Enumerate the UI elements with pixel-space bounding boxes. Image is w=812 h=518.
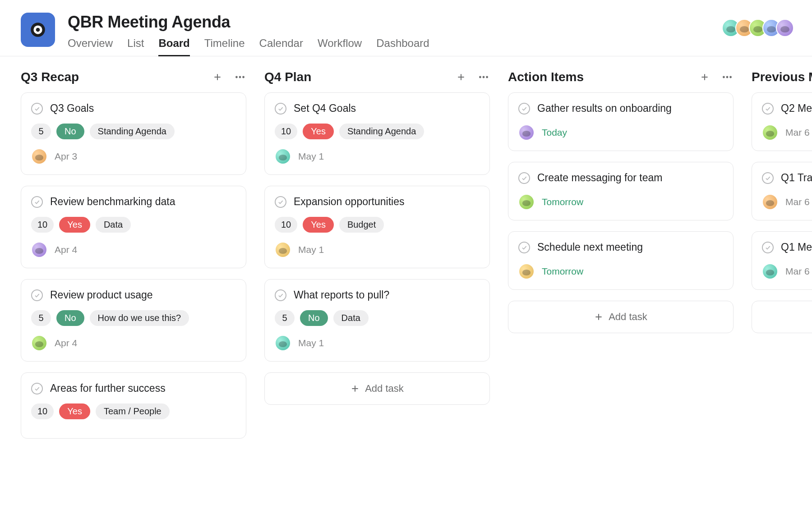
add-card-icon[interactable] bbox=[211, 71, 224, 83]
tab-overview[interactable]: Overview bbox=[68, 37, 113, 56]
task-card[interactable]: Review benchmarking data10YesDataApr 4 bbox=[21, 186, 246, 268]
card-title: Q1 Meeting bbox=[781, 241, 812, 254]
task-card[interactable]: Gather results on onboardingToday bbox=[508, 92, 734, 151]
card-title: Q1 Tracking bbox=[781, 171, 812, 185]
assignee-avatar[interactable] bbox=[275, 148, 291, 165]
svg-point-12 bbox=[486, 76, 488, 78]
task-card[interactable]: Review product usage5NoHow do we use thi… bbox=[21, 279, 246, 362]
card-title: Gather results on onboarding bbox=[537, 102, 672, 115]
pill-row: 5NoStanding Agenda bbox=[31, 124, 236, 139]
column-title: Q3 Recap bbox=[21, 70, 211, 84]
complete-check-icon[interactable] bbox=[762, 242, 774, 253]
complete-check-icon[interactable] bbox=[31, 383, 43, 394]
card-footer: Apr 3 bbox=[31, 148, 236, 165]
column: Q3 RecapQ3 Goals5NoStanding AgendaApr 3R… bbox=[21, 70, 246, 493]
tab-dashboard[interactable]: Dashboard bbox=[376, 37, 429, 56]
complete-check-icon[interactable] bbox=[762, 103, 774, 115]
complete-check-icon[interactable] bbox=[31, 196, 43, 208]
task-card[interactable]: Create messaging for teamTomorrow bbox=[508, 162, 734, 220]
task-card[interactable]: Q1 TrackingMar 6 bbox=[752, 162, 812, 220]
add-task-button[interactable]: Add task bbox=[508, 301, 734, 333]
card-title: Review product usage bbox=[50, 289, 153, 302]
pill-row: 10YesStanding Agenda bbox=[275, 124, 480, 139]
due-date: May 1 bbox=[298, 151, 324, 162]
column-title: Q4 Plan bbox=[264, 70, 455, 84]
card-footer: Today bbox=[518, 124, 723, 141]
card-title: Schedule next meeting bbox=[537, 241, 643, 254]
card-footer: Apr 4 bbox=[31, 242, 236, 258]
tag-pill: No bbox=[56, 310, 84, 326]
due-date: Mar 6 bbox=[785, 127, 810, 138]
task-card[interactable]: Q2 MeetingMar 6 bbox=[752, 92, 812, 151]
assignee-avatar[interactable] bbox=[275, 242, 291, 258]
assignee-avatar[interactable] bbox=[762, 124, 778, 141]
svg-point-19 bbox=[729, 76, 732, 78]
member-avatars[interactable] bbox=[726, 19, 794, 37]
svg-point-11 bbox=[483, 76, 485, 78]
column-more-icon[interactable] bbox=[234, 71, 246, 83]
project-icon bbox=[21, 13, 55, 47]
task-card[interactable]: Q1 MeetingMar 6 bbox=[752, 231, 812, 290]
tab-timeline[interactable]: Timeline bbox=[204, 37, 245, 56]
tag-pill: Yes bbox=[59, 403, 90, 419]
assignee-avatar[interactable] bbox=[31, 335, 47, 351]
assignee-avatar[interactable] bbox=[31, 148, 47, 165]
card-title: Areas for further success bbox=[50, 382, 166, 395]
tab-workflow[interactable]: Workflow bbox=[318, 37, 362, 56]
tag-pill: Yes bbox=[59, 217, 90, 233]
assignee-avatar[interactable] bbox=[31, 242, 47, 258]
complete-check-icon[interactable] bbox=[31, 103, 43, 115]
assignee-avatar[interactable] bbox=[762, 263, 778, 280]
task-card[interactable]: Set Q4 Goals10YesStanding AgendaMay 1 bbox=[264, 92, 490, 175]
complete-check-icon[interactable] bbox=[518, 103, 530, 115]
complete-check-icon[interactable] bbox=[275, 289, 286, 301]
assignee-avatar[interactable] bbox=[518, 194, 535, 210]
due-date: Apr 4 bbox=[55, 338, 77, 348]
assignee-avatar[interactable] bbox=[518, 263, 535, 280]
column-more-icon[interactable] bbox=[477, 71, 490, 83]
tag-pill: No bbox=[56, 124, 84, 139]
tag-pill: How do we use this? bbox=[90, 310, 189, 326]
tag-pill: Budget bbox=[339, 217, 384, 233]
complete-check-icon[interactable] bbox=[275, 196, 286, 208]
tab-board[interactable]: Board bbox=[158, 37, 189, 56]
add-task-button[interactable]: Add task bbox=[752, 301, 812, 333]
task-card[interactable]: Schedule next meetingTomorrow bbox=[508, 231, 734, 290]
assignee-avatar[interactable] bbox=[275, 335, 291, 351]
add-task-label: Add task bbox=[609, 311, 647, 323]
complete-check-icon[interactable] bbox=[31, 289, 43, 301]
complete-check-icon[interactable] bbox=[275, 103, 286, 115]
task-card[interactable]: What reports to pull?5NoDataMay 1 bbox=[264, 279, 490, 362]
add-task-button[interactable]: Add task bbox=[264, 372, 490, 405]
tag-pill: 10 bbox=[275, 217, 297, 233]
project-header: QBR Meeting Agenda OverviewListBoardTime… bbox=[0, 0, 812, 56]
member-avatar[interactable] bbox=[776, 19, 794, 37]
complete-check-icon[interactable] bbox=[518, 242, 530, 253]
card-footer: Mar 6 bbox=[762, 263, 812, 280]
due-date: Mar 6 bbox=[785, 266, 810, 277]
card-footer: Mar 6 bbox=[762, 194, 812, 210]
pill-row: 10YesBudget bbox=[275, 217, 480, 233]
task-card[interactable]: Expansion opportunities10YesBudgetMay 1 bbox=[264, 186, 490, 268]
column-more-icon[interactable] bbox=[721, 71, 734, 83]
tag-pill: No bbox=[300, 310, 328, 326]
assignee-avatar[interactable] bbox=[518, 124, 535, 141]
tag-pill: 10 bbox=[31, 217, 54, 233]
add-card-icon[interactable] bbox=[455, 71, 467, 83]
tag-pill: 10 bbox=[31, 403, 54, 419]
column-title: Previous Meetings bbox=[752, 70, 812, 84]
pill-row: 5NoData bbox=[275, 310, 480, 326]
tab-list[interactable]: List bbox=[127, 37, 144, 56]
assignee-avatar[interactable] bbox=[762, 194, 778, 210]
add-card-icon[interactable] bbox=[698, 71, 711, 83]
task-card[interactable]: Areas for further success10YesTeam / Peo… bbox=[21, 372, 246, 439]
column: Q4 PlanSet Q4 Goals10YesStanding AgendaM… bbox=[264, 70, 490, 493]
tag-pill: 10 bbox=[275, 124, 297, 139]
header-main: QBR Meeting Agenda OverviewListBoardTime… bbox=[68, 13, 794, 56]
tab-calendar[interactable]: Calendar bbox=[259, 37, 303, 56]
card-footer: Tomorrow bbox=[518, 263, 723, 280]
complete-check-icon[interactable] bbox=[762, 172, 774, 184]
task-card[interactable]: Q3 Goals5NoStanding AgendaApr 3 bbox=[21, 92, 246, 175]
complete-check-icon[interactable] bbox=[518, 172, 530, 184]
card-footer: May 1 bbox=[275, 242, 480, 258]
